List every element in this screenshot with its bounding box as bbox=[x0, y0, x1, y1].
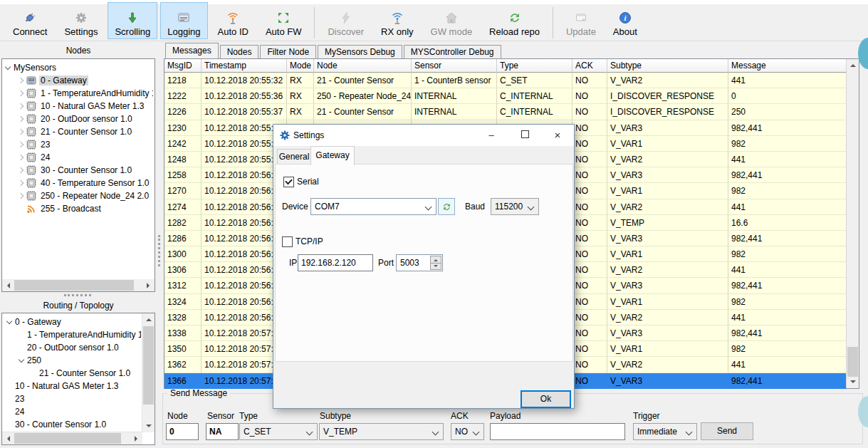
tree-item-250-repeater-node-24-2-0[interactable]: 250 - Repeater Node_24 2.0 bbox=[4, 189, 153, 202]
spinner-down-icon[interactable] bbox=[430, 263, 441, 270]
routing-item-0-gateway[interactable]: 0 - Gateway bbox=[4, 316, 141, 328]
scroll-left-arrow-icon[interactable] bbox=[2, 279, 14, 291]
refresh-ports-button[interactable] bbox=[438, 198, 455, 215]
node-field[interactable] bbox=[166, 423, 199, 440]
scroll-up-arrow-icon[interactable] bbox=[847, 59, 859, 71]
panel-splitter-handle[interactable] bbox=[64, 294, 91, 296]
tree-item-40-temperature-sensor-1-0[interactable]: 40 - Temperature Sensor 1.0 bbox=[4, 177, 153, 189]
vertical-splitter-handle[interactable] bbox=[158, 235, 160, 266]
tree-item-255-broadcast[interactable]: 255 - Broadcast bbox=[4, 202, 153, 215]
close-button[interactable]: × bbox=[548, 127, 567, 144]
settings-dialog-titlebar[interactable]: Settings – × bbox=[273, 125, 574, 146]
scroll-left-arrow-icon[interactable] bbox=[2, 432, 14, 444]
tree-item-30-counter-sensor-1-0[interactable]: 30 - Counter Sensor 1.0 bbox=[4, 164, 153, 177]
sensor-field[interactable] bbox=[206, 423, 239, 440]
toolbar-button-discover[interactable]: Discover bbox=[320, 2, 371, 39]
toolbar-button-about[interactable]: iAbout bbox=[606, 2, 644, 39]
table-vertical-scrollbar[interactable] bbox=[846, 59, 859, 388]
scroll-up-arrow-icon[interactable] bbox=[142, 313, 155, 325]
column-header-timestamp[interactable]: Timestamp bbox=[202, 59, 287, 73]
dialog-tab-gateway[interactable]: Gateway bbox=[310, 146, 355, 165]
expand-collapse-icon[interactable] bbox=[5, 318, 14, 326]
type-select[interactable]: C_SET bbox=[239, 423, 318, 440]
column-header-mode[interactable]: Mode bbox=[287, 59, 314, 73]
column-header-message[interactable]: Message bbox=[728, 59, 847, 73]
toolbar-button-update[interactable]: Update bbox=[559, 2, 603, 39]
toolbar-button-auto-fw[interactable]: Auto FW bbox=[258, 2, 309, 39]
toolbar-button-rx-only[interactable]: RX only bbox=[374, 2, 421, 39]
tree-item-23[interactable]: 23 bbox=[4, 138, 153, 151]
send-button[interactable]: Send bbox=[701, 422, 753, 440]
routing-item-250[interactable]: 250 bbox=[4, 354, 141, 367]
routing-item-23[interactable]: 23 bbox=[4, 392, 141, 405]
expand-collapse-icon[interactable] bbox=[16, 140, 25, 149]
toolbar-button-settings[interactable]: Settings bbox=[57, 2, 105, 39]
nodes-horizontal-scrollbar[interactable] bbox=[2, 279, 155, 291]
dialog-tab-general[interactable]: General bbox=[277, 149, 311, 165]
table-row[interactable]: 122610.12.2018 20:55:37RX21 - Counter Se… bbox=[164, 104, 847, 120]
expand-collapse-icon[interactable] bbox=[16, 166, 25, 174]
tree-item-10-natural-gas-meter-1-3[interactable]: 10 - Natural GAS Meter 1.3 bbox=[4, 100, 153, 113]
routing-item-10-natural-gas-meter-1-3[interactable]: 10 - Natural GAS Meter 1.3 bbox=[4, 380, 141, 392]
maximize-button[interactable] bbox=[516, 127, 534, 144]
toolbar-button-connect[interactable]: Connect bbox=[6, 2, 54, 39]
column-header-subtype[interactable]: Subtype bbox=[607, 59, 728, 73]
scroll-down-arrow-icon[interactable] bbox=[142, 420, 155, 432]
scrollbar-thumb[interactable] bbox=[143, 326, 154, 405]
tcpip-checkbox[interactable] bbox=[282, 236, 293, 247]
expand-collapse-icon[interactable] bbox=[16, 89, 25, 98]
expand-collapse-icon[interactable] bbox=[16, 127, 25, 136]
minimize-button[interactable]: – bbox=[482, 127, 501, 144]
routing-item-1-temperatureandhumidity-1[interactable]: 1 - TemperatureAndHumidity 1 bbox=[4, 328, 141, 341]
tree-item-24[interactable]: 24 bbox=[4, 151, 153, 164]
routing-vertical-scrollbar[interactable] bbox=[142, 313, 155, 432]
ack-select[interactable]: NO bbox=[451, 423, 484, 440]
tab-filter-node[interactable]: Filter Node bbox=[260, 45, 316, 58]
tab-myscontroller-debug[interactable]: MYSController Debug bbox=[404, 45, 501, 58]
tree-item-0-gateway[interactable]: 0 - Gateway bbox=[4, 74, 153, 87]
routing-item-20-outdoor-sensor-1-0[interactable]: 20 - OutDoor sensor 1.0 bbox=[4, 341, 141, 354]
expand-collapse-icon[interactable] bbox=[16, 76, 25, 85]
ip-field[interactable] bbox=[298, 254, 373, 271]
tree-item-20-outdoor-sensor-1-0[interactable]: 20 - OutDoor sensor 1.0 bbox=[4, 113, 153, 125]
column-header-ack[interactable]: ACK bbox=[572, 59, 607, 73]
column-header-node[interactable]: Node bbox=[314, 59, 412, 73]
scroll-down-arrow-icon[interactable] bbox=[847, 376, 859, 388]
expand-collapse-icon[interactable] bbox=[4, 63, 12, 72]
tab-messages[interactable]: Messages bbox=[165, 43, 219, 58]
column-header-type[interactable]: Type bbox=[497, 59, 572, 73]
scrollbar-thumb[interactable] bbox=[847, 347, 858, 377]
serial-checkbox[interactable] bbox=[283, 177, 294, 187]
port-spinner[interactable]: 5003 bbox=[396, 254, 443, 271]
expand-collapse-icon[interactable] bbox=[16, 192, 25, 200]
expand-collapse-icon[interactable] bbox=[16, 102, 25, 110]
routing-item-30-counter-sensor-1-0[interactable]: 30 - Counter Sensor 1.0 bbox=[4, 418, 141, 431]
table-row[interactable]: 121810.12.2018 20:55:32RX21 - Counter Se… bbox=[164, 73, 847, 88]
tree-item-1-temperatureandhumidity-1[interactable]: 1 - TemperatureAndHumidity 1 bbox=[4, 87, 153, 100]
routing-horizontal-scrollbar[interactable] bbox=[2, 432, 142, 444]
baud-select[interactable]: 115200 bbox=[491, 198, 539, 215]
scroll-right-arrow-icon[interactable] bbox=[142, 279, 155, 291]
expand-collapse-icon[interactable] bbox=[16, 115, 25, 123]
expand-collapse-icon[interactable] bbox=[17, 356, 26, 365]
payload-field[interactable] bbox=[490, 423, 625, 440]
toolbar-button-scrolling[interactable]: Scrolling bbox=[108, 2, 157, 39]
toolbar-button-gw-mode[interactable]: GW mode bbox=[424, 2, 480, 39]
subtype-select[interactable]: V_TEMP bbox=[319, 423, 444, 440]
toolbar-button-logging[interactable]: Logging bbox=[160, 2, 207, 39]
device-select[interactable]: COM7 bbox=[310, 198, 436, 215]
tab-mysensors-debug[interactable]: MySensors Debug bbox=[318, 45, 402, 58]
column-header-msgid[interactable]: MsgID bbox=[164, 59, 202, 73]
expand-collapse-icon[interactable] bbox=[16, 179, 25, 187]
toolbar-button-reload-repo[interactable]: Reload repo bbox=[482, 2, 547, 39]
routing-item-24[interactable]: 24 bbox=[4, 405, 141, 418]
table-row[interactable]: 122210.12.2018 20:55:36RX250 - Repeater … bbox=[164, 88, 847, 104]
expand-collapse-icon[interactable] bbox=[16, 153, 25, 162]
scroll-right-arrow-icon[interactable] bbox=[130, 432, 142, 444]
scrollbar-thumb[interactable] bbox=[14, 280, 134, 291]
scrollbar-thumb[interactable] bbox=[14, 433, 121, 444]
column-header-sensor[interactable]: Sensor bbox=[412, 59, 497, 73]
trigger-select[interactable]: Immediate bbox=[633, 423, 697, 440]
tree-item-21-counter-sensor-1-0[interactable]: 21 - Counter Sensor 1.0 bbox=[4, 125, 153, 138]
ok-button[interactable]: Ok bbox=[521, 390, 571, 408]
